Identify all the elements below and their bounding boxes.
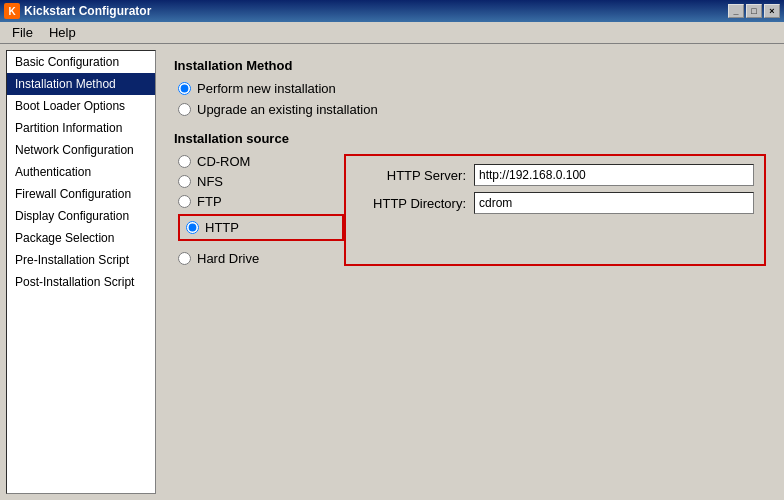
radio-upgrade-label: Upgrade an existing installation: [197, 102, 378, 117]
window-title: Kickstart Configurator: [24, 4, 151, 18]
window-controls[interactable]: _ □ ×: [728, 4, 780, 18]
http-server-input[interactable]: [474, 164, 754, 186]
radio-cdrom-label: CD-ROM: [197, 154, 250, 169]
sidebar: Basic Configuration Installation Method …: [6, 50, 156, 494]
http-directory-row: HTTP Directory:: [356, 192, 754, 214]
sidebar-item-network-configuration[interactable]: Network Configuration: [7, 139, 155, 161]
radio-http-selected-box[interactable]: HTTP: [178, 214, 344, 241]
menu-file[interactable]: File: [4, 23, 41, 42]
app-icon: K: [4, 3, 20, 19]
http-directory-label: HTTP Directory:: [356, 196, 466, 211]
sidebar-item-boot-loader-options[interactable]: Boot Loader Options: [7, 95, 155, 117]
radio-perform-new[interactable]: Perform new installation: [178, 81, 766, 96]
sidebar-item-display-configuration[interactable]: Display Configuration: [7, 205, 155, 227]
sidebar-item-post-installation-script[interactable]: Post-Installation Script: [7, 271, 155, 293]
http-server-label: HTTP Server:: [356, 168, 466, 183]
http-server-row: HTTP Server:: [356, 164, 754, 186]
radio-nfs-label: NFS: [197, 174, 223, 189]
sidebar-item-package-selection[interactable]: Package Selection: [7, 227, 155, 249]
radio-nfs-input[interactable]: [178, 175, 191, 188]
radio-nfs[interactable]: NFS: [178, 174, 344, 189]
installation-source-title: Installation source: [174, 131, 766, 146]
source-layout: CD-ROM NFS FTP HTTP: [174, 154, 766, 266]
radio-ftp-input[interactable]: [178, 195, 191, 208]
radio-cdrom[interactable]: CD-ROM: [178, 154, 344, 169]
installation-method-title: Installation Method: [174, 58, 766, 73]
sidebar-item-authentication[interactable]: Authentication: [7, 161, 155, 183]
source-radio-group: CD-ROM NFS FTP HTTP: [178, 154, 344, 266]
radio-cdrom-input[interactable]: [178, 155, 191, 168]
sidebar-item-pre-installation-script[interactable]: Pre-Installation Script: [7, 249, 155, 271]
radio-perform-new-input[interactable]: [178, 82, 191, 95]
radio-perform-new-label: Perform new installation: [197, 81, 336, 96]
radio-hard-drive-label: Hard Drive: [197, 251, 259, 266]
radio-http-label: HTTP: [205, 220, 239, 235]
installation-method-options: Perform new installation Upgrade an exis…: [178, 81, 766, 117]
source-options: CD-ROM NFS FTP HTTP: [174, 154, 344, 266]
radio-http-input[interactable]: [186, 221, 199, 234]
close-button[interactable]: ×: [764, 4, 780, 18]
sidebar-item-partition-information[interactable]: Partition Information: [7, 117, 155, 139]
radio-upgrade[interactable]: Upgrade an existing installation: [178, 102, 766, 117]
maximize-button[interactable]: □: [746, 4, 762, 18]
radio-hard-drive[interactable]: Hard Drive: [178, 251, 344, 266]
title-bar: K Kickstart Configurator _ □ ×: [0, 0, 784, 22]
http-directory-input[interactable]: [474, 192, 754, 214]
radio-ftp[interactable]: FTP: [178, 194, 344, 209]
sidebar-item-installation-method[interactable]: Installation Method: [7, 73, 155, 95]
radio-upgrade-input[interactable]: [178, 103, 191, 116]
content-area: Installation Method Perform new installa…: [162, 50, 778, 494]
menu-bar: File Help: [0, 22, 784, 44]
http-fields-panel: HTTP Server: HTTP Directory:: [344, 154, 766, 266]
sidebar-item-basic-configuration[interactable]: Basic Configuration: [7, 51, 155, 73]
menu-help[interactable]: Help: [41, 23, 84, 42]
main-area: Basic Configuration Installation Method …: [0, 44, 784, 500]
radio-hard-drive-input[interactable]: [178, 252, 191, 265]
sidebar-item-firewall-configuration[interactable]: Firewall Configuration: [7, 183, 155, 205]
radio-ftp-label: FTP: [197, 194, 222, 209]
minimize-button[interactable]: _: [728, 4, 744, 18]
